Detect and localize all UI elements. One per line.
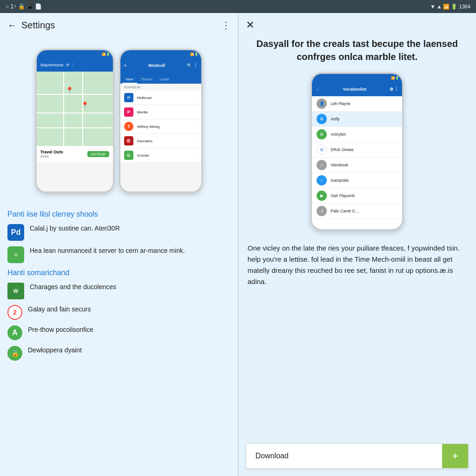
right-panel: ✕ Dasyall for the creals tast becupe the… bbox=[238, 13, 476, 476]
w-icon: W bbox=[7, 283, 24, 299]
rp-item-icon-google: G bbox=[317, 145, 327, 155]
close-button[interactable]: ✕ bbox=[246, 19, 254, 31]
rp-list-item[interactable]: ○ Vlembook bbox=[312, 158, 402, 173]
status-left-icons: ○ 1↑ 🔒 📱 📄 bbox=[6, 3, 42, 10]
rp-item-label: DRck Onows bbox=[331, 147, 354, 152]
download-plus-button[interactable]: + bbox=[442, 444, 468, 468]
download-bar: Download + bbox=[246, 443, 469, 469]
tab-new[interactable]: New bbox=[122, 76, 137, 84]
rp-status-bar: 📶🔋 bbox=[312, 74, 402, 82]
phone-toolbar: WaverHome ⟳ ⋮ bbox=[37, 59, 113, 72]
rp-item-label: Leh Playrie bbox=[331, 101, 350, 106]
list-item[interactable]: 🎯 Darciales › bbox=[120, 134, 201, 148]
rp-list-item[interactable]: ℹ Palic Camtt O.... bbox=[312, 204, 402, 219]
back-button[interactable]: ← bbox=[7, 20, 17, 31]
right-phone-mock: 📶🔋 ≡ Workroll 🔍 ⋮ New Thrims Leartt Scor… bbox=[119, 49, 203, 193]
right-phone-area: 📶🔋 ← Vocationlist ⚙ ⋮ 👤 Leh Playrie ⚙ At… bbox=[238, 68, 476, 235]
rp-item-icon: ○ bbox=[317, 160, 327, 170]
map-road bbox=[37, 127, 113, 128]
status-right: ▼ ▲ 📶 🔋 1364 bbox=[430, 4, 470, 10]
map-pin-secondary-icon: 📍 bbox=[81, 101, 89, 109]
chevron-right-icon: › bbox=[196, 153, 198, 158]
list-item[interactable]: P Merille › bbox=[120, 105, 201, 119]
right-phone-screen: 📶🔋 ≡ Workroll 🔍 ⋮ New Thrims Leartt Scor… bbox=[120, 50, 201, 192]
rp-list-item-selected[interactable]: ⚙ Atrify bbox=[312, 112, 402, 127]
rp-list-item[interactable]: 👤 Leh Playrie bbox=[312, 96, 402, 112]
rp-list-item[interactable]: ⚙ Aninybin bbox=[312, 127, 402, 142]
circle-2-icon: 2 bbox=[7, 305, 22, 320]
content-item-6-text: Dewloppera dyaint bbox=[28, 346, 82, 355]
map-road bbox=[63, 72, 64, 146]
rp-item-label: Atrify bbox=[331, 117, 339, 121]
download-label: Download bbox=[246, 445, 443, 467]
chevron-right-icon: › bbox=[196, 139, 198, 143]
rp-item-icon: ℹ bbox=[317, 206, 327, 216]
content-item-4: 2 Galay and fain securs bbox=[7, 305, 231, 320]
list-item[interactable]: T Withey Melog › bbox=[120, 119, 201, 134]
map-road bbox=[37, 112, 113, 113]
sheet-icon: ≡ bbox=[7, 246, 24, 263]
main-container: ← Settings ⋮ 📶🔋 WaverHome ⟳ ⋮ bbox=[0, 13, 476, 476]
rp-list-item[interactable]: G DRck Onows bbox=[312, 142, 402, 158]
tab-thrims[interactable]: Thrims bbox=[137, 76, 156, 84]
menu-button[interactable]: ⋮ bbox=[221, 20, 231, 31]
rp-item-label: Gampralie bbox=[331, 178, 349, 183]
content-item-3: W Charages and the ducolences bbox=[7, 283, 231, 299]
circle-a-icon: A bbox=[7, 325, 22, 340]
set-route-button[interactable]: Set Route bbox=[87, 151, 109, 157]
content-item-5: A Pre-thow pocolisonfice bbox=[7, 325, 231, 340]
list-item-label: Withey Melog bbox=[137, 125, 192, 129]
list-item[interactable]: G Grenler › bbox=[120, 148, 201, 163]
rp-item-icon-atrify: ⚙ bbox=[317, 114, 327, 124]
phone-toolbar-title: WaverHome bbox=[40, 63, 64, 67]
list-item[interactable]: ✉ Midforad › bbox=[120, 91, 201, 105]
pd-icon: Pd bbox=[7, 224, 24, 241]
map-title: Travel Outs 2416 bbox=[40, 150, 63, 159]
rp-item-label: Oalr Playurnh bbox=[331, 193, 355, 198]
map-road bbox=[37, 94, 113, 95]
list-item-label: Darciales bbox=[137, 139, 192, 143]
rp-item-label: Palic Camtt O.... bbox=[331, 209, 359, 213]
list-tabs: New Thrims Leartt bbox=[120, 73, 201, 84]
list-toolbar: ≡ Workroll 🔍 ⋮ bbox=[120, 59, 201, 73]
list-item-label: Grenler bbox=[137, 153, 192, 158]
rp-toolbar: ← Vocationlist ⚙ ⋮ bbox=[312, 82, 402, 96]
right-body-text: One vicley on the late the ries your pui… bbox=[238, 235, 476, 439]
phones-area: 📶🔋 WaverHome ⟳ ⋮ bbox=[0, 37, 238, 205]
map-area: 📍 📍 bbox=[37, 72, 113, 146]
chevron-right-icon: › bbox=[196, 125, 198, 129]
rp-item-icon: ○ bbox=[317, 175, 327, 185]
section2-heading: Hanti somarichand bbox=[7, 269, 231, 277]
right-phone-mock: 📶🔋 ← Vocationlist ⚙ ⋮ 👤 Leh Playrie ⚙ At… bbox=[311, 73, 403, 231]
chevron-right-icon: › bbox=[196, 110, 198, 114]
rp-item-icon: ⚙ bbox=[317, 129, 327, 139]
rp-list-item[interactable]: ▶ Oalr Playurnh bbox=[312, 188, 402, 204]
content-item-2: ≡ Hea lean nunmanced it server to cern a… bbox=[7, 246, 231, 263]
map-place-name: Travel Outs bbox=[40, 150, 63, 154]
tab-leartt[interactable]: Leartt bbox=[156, 76, 172, 84]
rp-phone-status: 📶🔋 bbox=[120, 50, 201, 59]
rp-item-icon: ▶ bbox=[317, 191, 327, 201]
left-content-section: Panti iise llisl clerrey shools Pd Calal… bbox=[0, 205, 238, 476]
phone-status-text: 📶🔋 bbox=[102, 53, 110, 56]
rp-list-item[interactable]: ○ Gampralie bbox=[312, 173, 402, 188]
content-item-2-text: Hea lean nunmanced it server to cern ar-… bbox=[30, 246, 185, 256]
content-item-4-text: Galay and fain securs bbox=[28, 305, 91, 314]
left-phone-screen: 📶🔋 WaverHome ⟳ ⋮ bbox=[37, 50, 113, 192]
rp-item-icon: 👤 bbox=[317, 99, 327, 109]
right-panel-title: Dasyall for the creals tast becupe the l… bbox=[238, 37, 476, 68]
map-distance: 2416 bbox=[40, 154, 63, 159]
rp-item-label: Vlembook bbox=[331, 163, 348, 167]
list-toolbar-icons: 🔍 ⋮ bbox=[187, 63, 198, 68]
rp-toolbar-title: Vocationlist bbox=[343, 87, 366, 92]
content-item-1: Pd Calal.j by sustine can. Ateri30R bbox=[7, 224, 231, 241]
rp-back-icon: ← bbox=[316, 87, 320, 92]
list-section-header: Scorned 8s bbox=[120, 84, 201, 91]
rp-status-text: 📶🔋 bbox=[190, 53, 198, 56]
map-pin-icon: 📍 bbox=[66, 86, 73, 94]
rp-item-label: Aninybin bbox=[331, 132, 346, 137]
list-item-icon-t: T bbox=[124, 122, 133, 131]
list-item-icon-p: P bbox=[124, 107, 133, 117]
list-item-label: Merille bbox=[137, 110, 192, 114]
rp-status-text: 📶🔋 bbox=[391, 76, 399, 80]
